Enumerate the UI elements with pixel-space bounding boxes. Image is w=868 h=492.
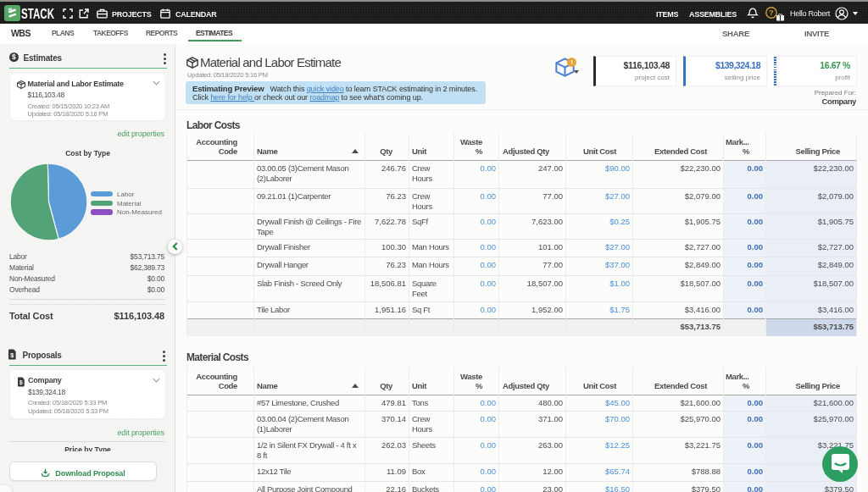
svg-text:$: $	[19, 379, 23, 385]
svg-text:?: ?	[769, 8, 774, 17]
svg-text:STACK: STACK	[21, 6, 54, 21]
svg-text:$: $	[10, 351, 14, 359]
